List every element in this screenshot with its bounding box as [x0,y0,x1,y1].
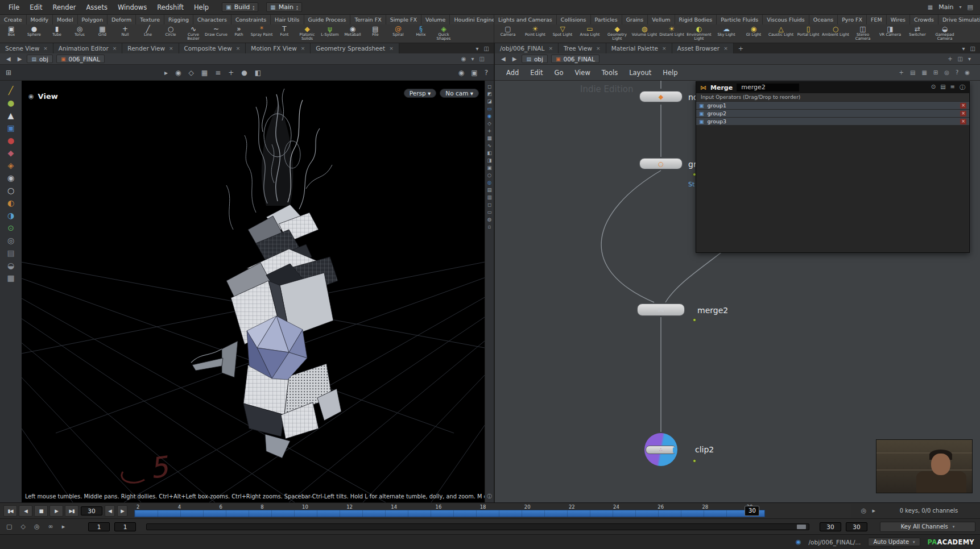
input-operator-row[interactable]: ▣ group2 × [696,110,969,117]
range-end-field[interactable]: 30 [846,522,867,531]
shelf-tab[interactable]: Terrain FX [350,15,386,24]
playback-end-field[interactable]: 30 [820,522,841,531]
viewport-tool-icon[interactable]: ◎ [7,236,14,245]
transport-button[interactable]: ■ [34,505,48,517]
menu-item[interactable]: Help [189,3,214,11]
node-sub-label[interactable]: St [688,181,694,188]
layout-grid-icon[interactable]: ⊞ [6,69,11,77]
chevron-down-icon[interactable]: ▾ [960,5,962,10]
menu-item[interactable]: Redshift [152,3,189,11]
shelf-tool-button[interactable]: ▦ Grid [91,24,114,43]
node-label[interactable]: clip2 [695,445,714,454]
playbar-option-icon[interactable]: ◎ [861,507,867,514]
viewport-tool-icon[interactable]: ◒ [7,261,14,270]
menu-list-icon[interactable]: ▤ [967,3,973,11]
shelf-tool-button[interactable]: ╱ Line [137,24,159,43]
shelf-tool-button[interactable]: ▽ Spot Light [549,24,576,43]
key-all-channels-button[interactable]: Key All Channels ▾ [880,522,975,532]
shelf-tab[interactable]: Lights and Cameras [494,15,557,24]
shelf-tool-button[interactable]: ψ L-System [319,24,341,43]
pane-tab[interactable]: /obj/006_FINAL × [495,43,559,53]
playback-start-field[interactable]: 1 [114,522,136,531]
shelf-tab[interactable]: Volume [421,15,450,24]
snap-option-icon[interactable]: ◧ [255,69,261,77]
display-option-icon[interactable]: ▭ [487,106,491,111]
display-option-icon[interactable]: ◪ [487,99,491,104]
pane-menu-icon[interactable]: ▾ [476,45,479,52]
pane-split-icon[interactable]: ◫ [970,45,975,52]
playbar-option-icon[interactable]: ▸ [872,507,875,514]
range-start-field[interactable]: 1 [88,522,110,531]
display-option-icon[interactable]: ◻ [487,202,491,207]
shelf-tool-button[interactable]: ▣ Box [0,24,23,43]
shelf-tab[interactable]: Viscous Fluids [763,15,809,24]
panel-tool-icon[interactable]: ≡ [950,84,955,92]
shelf-tab[interactable]: Particle Fluids [717,15,763,24]
pane-tab[interactable]: Composite View × [179,43,246,53]
pane-tab[interactable]: Material Palette × [606,43,672,53]
network-toolbar-icon[interactable]: ◉ [965,69,970,76]
node-label[interactable]: merge2 [697,306,728,315]
breadcrumb-root[interactable]: ▤ obj [27,55,53,63]
snap-option-icon[interactable]: ≡ [215,69,221,77]
viewport-3d-scene[interactable]: 5 [22,81,485,502]
shelf-tab[interactable]: Pyro FX [838,15,867,24]
network-menu-item[interactable]: View [569,69,596,77]
snap-option-icon[interactable]: ◇ [189,69,194,77]
viewport-tool-icon[interactable]: ⊙ [7,224,14,232]
shelf-tool-button[interactable]: ▭ Area Light [576,24,603,43]
split-view-icon[interactable]: ◫ [479,56,485,62]
node-flag-icon[interactable] [693,459,696,463]
close-icon[interactable]: × [662,45,667,51]
remove-input-icon[interactable]: × [960,111,966,117]
shelf-tab[interactable]: Modify [27,15,53,24]
shelf-tool-button[interactable]: T Font [273,24,296,43]
shelf-tab[interactable]: Drive Simulation [938,15,980,24]
auto-update-selector[interactable]: Auto Update ▾ [868,538,920,546]
timeline-ruler[interactable]: 24681012141618202224262830 30 [134,504,851,518]
snap-option-icon[interactable]: ◉ [175,69,181,77]
close-icon[interactable]: × [301,45,305,51]
breadcrumb-node[interactable]: ▣ 006_FINAL [551,55,599,63]
close-icon[interactable]: × [43,45,48,51]
shelf-tab[interactable]: Guide Process [304,15,351,24]
viewport-tool-icon[interactable]: ◑ [7,211,14,220]
network-menu-item[interactable]: Edit [524,69,548,77]
shelf-tool-button[interactable]: ☁ Sky Light [713,24,740,43]
shelf-tab[interactable]: Collisions [557,15,591,24]
shelf-tool-button[interactable]: ◨ VR Camera [876,24,904,43]
shelf-tab[interactable]: Polygon [78,15,107,24]
shelf-tool-button[interactable]: ◉ Metaball [341,24,364,43]
display-option-icon[interactable]: ◨ [487,158,491,163]
snap-option-icon[interactable]: + [228,69,234,77]
display-option-icon[interactable]: ∿ [487,143,491,148]
current-frame-marker[interactable]: 30 [745,506,759,516]
shelf-tool-button[interactable]: ∿ Curve Bezier [182,24,205,43]
remove-input-icon[interactable]: × [960,119,966,124]
shelf-tool-button[interactable]: ◒ Gamepad Camera [931,24,958,43]
network-menu-item[interactable]: Go [549,69,569,77]
menu-item[interactable]: File [3,3,24,11]
scene-main-selector[interactable]: ▦ Main ▴▾ [266,2,302,12]
range-slider[interactable] [146,523,809,530]
viewport-tool-icon[interactable]: ▦ [7,274,14,282]
node-top[interactable]: ◆ [639,91,683,102]
display-option-icon[interactable]: ▥ [487,195,491,200]
breadcrumb-root[interactable]: ▤ obj [522,55,548,63]
panel-tool-icon[interactable]: ⓘ [960,84,965,92]
transport-button[interactable]: ▮◀ [3,505,17,517]
shelf-tool-button[interactable]: ● Sphere [23,24,46,43]
shelf-tool-button[interactable]: ▮ Tube [46,24,68,43]
shelf-tool-button[interactable]: ▢ Camera [494,24,522,43]
shelf-tab[interactable]: Hair Utils [271,15,304,24]
panel-tool-icon[interactable]: ▤ [940,84,945,92]
shelf-tab[interactable]: Particles [591,15,622,24]
viewport-tool-icon[interactable]: ○ [7,186,14,195]
pane-tab[interactable]: Tree View × [559,43,606,53]
input-operator-row[interactable]: ▣ group1 × [696,102,969,109]
display-option-icon[interactable]: ▭ [487,210,491,215]
shelf-tool-button[interactable]: + Null [114,24,137,43]
shelf-tab[interactable]: Create [0,15,27,24]
viewport-tool-icon[interactable]: ▤ [7,249,14,257]
viewport-3d[interactable]: ◉ View Persp ▾ No cam ▾ [22,81,485,502]
